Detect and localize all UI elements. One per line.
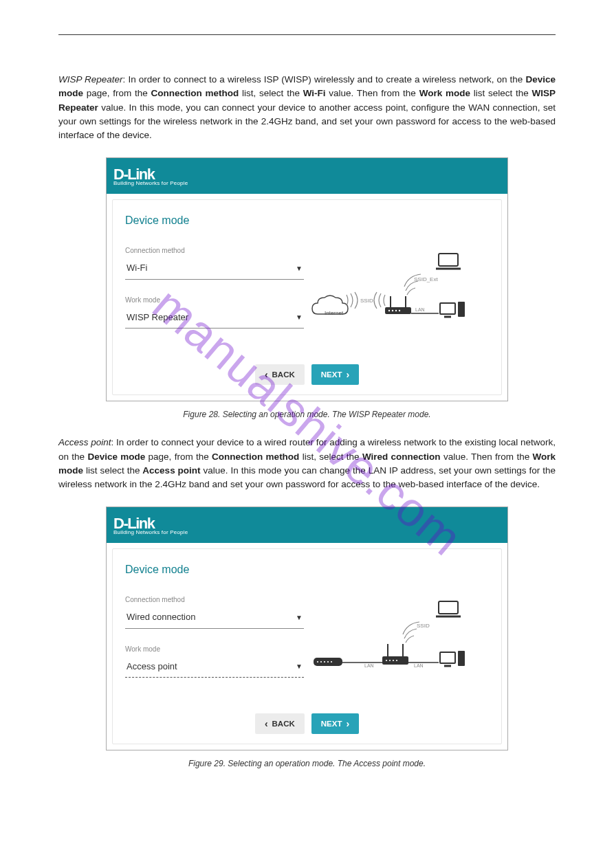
p2-val: Wired connection (362, 452, 441, 462)
next-label: NEXT (321, 720, 342, 728)
conn-value-2: Wired connection (127, 610, 195, 624)
chevron-left-icon: ‹ (265, 370, 268, 379)
svg-point-23 (389, 660, 391, 661)
svg-point-25 (396, 660, 397, 661)
card: Device mode Connection method Wi-Fi ▼ (112, 199, 502, 395)
chevron-down-icon: ▼ (296, 661, 303, 671)
next-button[interactable]: NEXT › (311, 364, 359, 385)
chevron-right-icon: › (346, 719, 349, 728)
brand-logo: D-Link Building Networks for People (113, 515, 188, 535)
brand-tagline: Building Networks for People (113, 181, 188, 186)
svg-rect-28 (440, 652, 455, 663)
caption-2: Figure 29. Selecting an operation mode. … (58, 757, 556, 770)
brand-logo: D-Link Building Networks for People (113, 166, 188, 186)
conn-value-1: Wi-Fi (127, 261, 147, 275)
back-button[interactable]: ‹ BACK (255, 364, 305, 385)
back-label: BACK (272, 370, 295, 379)
p2-conn: Connection method (212, 452, 299, 462)
back-button[interactable]: ‹ BACK (255, 713, 305, 734)
svg-point-24 (393, 660, 394, 661)
p2-mode: Access point (58, 437, 111, 447)
figure-header: D-Link Building Networks for People (107, 158, 507, 194)
svg-point-15 (324, 661, 325, 663)
ssid-label-1: SSID (360, 298, 373, 304)
paragraph-wisp: WISP Repeater: In order to connect to a … (58, 73, 556, 142)
card-title-1: Device mode (125, 212, 489, 229)
p1-t6: value. In this mode, you can connect you… (58, 102, 556, 141)
svg-point-16 (327, 661, 329, 663)
connection-method-select[interactable]: Wi-Fi ▼ (125, 258, 304, 280)
work-label-2: Work mode (125, 644, 304, 654)
p2-t2: page, from the (145, 452, 212, 462)
lan-label-a: LAN (364, 663, 374, 668)
caption-1: Figure 28. Selecting an operation mode. … (58, 408, 556, 421)
p1-val: Wi-Fi (303, 88, 326, 98)
conn-label-1: Connection method (125, 245, 304, 256)
svg-point-13 (317, 661, 318, 663)
brand-tagline: Building Networks for People (113, 530, 188, 535)
svg-point-4 (392, 310, 393, 311)
work-mode-select[interactable]: WISP Repeater ▼ (125, 308, 304, 329)
p1-mode: WISP Repeater (58, 74, 123, 85)
work-label-1: Work mode (125, 295, 304, 305)
p2-t5: list select the (83, 465, 142, 476)
figure-wisp: D-Link Building Networks for People Devi… (106, 157, 508, 401)
back-label: BACK (272, 720, 295, 728)
p2-t4: value. Then from the (441, 452, 533, 462)
work-value-2: Access point (127, 660, 177, 674)
chevron-down-icon: ▼ (296, 263, 303, 274)
svg-point-17 (331, 661, 332, 663)
chevron-right-icon: › (346, 370, 349, 379)
p1-t2: page, from the (83, 88, 151, 98)
lan-label-1: LAN (415, 307, 425, 312)
connection-method-select[interactable]: Wired connection ▼ (125, 608, 304, 629)
card-title-2: Device mode (125, 561, 489, 578)
ssid-ext-label: SSID_Ext (414, 276, 438, 282)
p1-conn: Connection method (151, 88, 239, 98)
paragraph-ap: Access point: In order to connect your d… (58, 436, 556, 491)
ap-diagram: LAN (304, 594, 469, 691)
p2-t3: list, select the (299, 452, 362, 462)
next-label: NEXT (321, 370, 342, 379)
svg-point-14 (320, 661, 322, 663)
work-value-1: WISP Repeater (127, 311, 188, 324)
svg-point-3 (388, 310, 390, 311)
svg-point-5 (395, 310, 397, 311)
conn-label-2: Connection method (125, 594, 304, 605)
p1-t3: list, select the (239, 88, 303, 98)
p1-work: Work mode (419, 88, 470, 98)
p1-t5: list select the (470, 88, 532, 98)
wisp-diagram: Internet SSID (304, 245, 469, 342)
svg-point-22 (386, 660, 387, 661)
svg-rect-7 (439, 254, 458, 266)
chevron-down-icon: ▼ (296, 312, 303, 322)
internet-label: Internet (325, 310, 344, 316)
chevron-left-icon: ‹ (265, 719, 268, 728)
card: Device mode Connection method Wired conn… (112, 548, 502, 744)
figure-header: D-Link Building Networks for People (107, 507, 507, 543)
work-mode-select[interactable]: Access point ▼ (125, 657, 304, 678)
svg-rect-9 (440, 303, 455, 314)
chevron-down-icon: ▼ (296, 612, 303, 623)
p2-page: Device mode (87, 452, 145, 462)
divider-top (58, 34, 556, 35)
p2-wval: Access point (142, 465, 200, 476)
lan-label-b: LAN (414, 663, 424, 668)
figure-ap: D-Link Building Networks for People Devi… (106, 507, 508, 750)
svg-point-6 (399, 310, 400, 311)
ssid-label-2: SSID (417, 623, 430, 629)
svg-rect-30 (458, 651, 465, 666)
svg-rect-26 (439, 601, 458, 614)
p1-t1: : In order to connect to a wireless ISP … (123, 74, 526, 85)
next-button[interactable]: NEXT › (311, 713, 359, 734)
svg-rect-11 (458, 302, 465, 317)
p1-t4: value. Then from the (326, 88, 419, 98)
